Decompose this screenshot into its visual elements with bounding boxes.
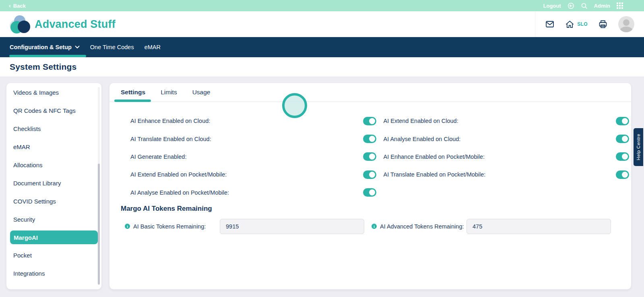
- chevron-down-icon: [75, 46, 80, 49]
- page-title-bar: System Settings: [0, 57, 644, 77]
- tab-usage[interactable]: Usage: [192, 89, 211, 96]
- toggle-ai-translate-cloud[interactable]: [363, 135, 376, 143]
- app-header: Advanced Stuff SLO: [0, 11, 644, 37]
- apps-grid-icon[interactable]: [617, 2, 623, 9]
- sidebar-item-security[interactable]: Security: [6, 210, 101, 228]
- toggle-ai-extend-pocket[interactable]: [363, 170, 376, 179]
- header-actions: SLO: [535, 11, 634, 37]
- toggle-ai-enhance-cloud[interactable]: [363, 117, 376, 125]
- brand-logo-icon: [10, 15, 29, 33]
- admin-menu-button[interactable]: Admin: [594, 3, 610, 9]
- avatar[interactable]: [618, 16, 634, 32]
- toggle-row: AI Generate Enabled:: [130, 148, 376, 166]
- help-centre-tab[interactable]: Help Centre: [634, 128, 643, 166]
- top-utility-bar: ‹ Back Logout Admin: [0, 0, 644, 11]
- toggle-label: AI Translate Enabled on Pocket/Mobile:: [384, 171, 486, 178]
- nav-item-one-time-codes[interactable]: One Time Codes: [90, 37, 134, 57]
- toggle-label: AI Generate Enabled:: [130, 154, 186, 160]
- token-grid: AI Basic Tokens Remaining: AI Advanced T…: [125, 219, 611, 234]
- toggle-row: AI Analyse Enabled on Pocket/Mobile:: [130, 184, 376, 201]
- search-icon[interactable]: [581, 2, 588, 9]
- tokens-section-heading: Margo AI Tokens Remaining: [121, 205, 631, 213]
- sidebar-item-emar[interactable]: eMAR: [6, 138, 101, 156]
- sidebar-item-allocations[interactable]: Allocations: [6, 156, 101, 174]
- settings-sidebar: Videos & Images QR Codes & NFC Tags Chec…: [6, 83, 101, 289]
- nav-item-label: Configuration & Setup: [10, 44, 72, 50]
- toggle-row: AI Translate Enabled on Cloud:: [130, 130, 376, 147]
- toggle-label: AI Extend Enabled on Cloud:: [384, 118, 458, 124]
- toggle-label: AI Enhance Enabled on Cloud:: [130, 118, 210, 124]
- sidebar-item-pocket[interactable]: Pocket: [6, 246, 101, 264]
- sidebar-item-qr-codes-nfc-tags[interactable]: QR Codes & NFC Tags: [6, 102, 101, 120]
- mail-icon[interactable]: [545, 19, 555, 29]
- home-site-label: SLO: [577, 21, 588, 27]
- print-icon[interactable]: [598, 19, 608, 29]
- ai-basic-tokens-input[interactable]: [220, 219, 364, 234]
- back-label: Back: [13, 3, 26, 9]
- token-label: AI Advanced Tokens Remaining:: [380, 223, 466, 230]
- margoai-settings-panel: Settings Limits Usage AI Enhance Enabled…: [109, 83, 631, 289]
- toggle-label: AI Extend Enabled on Pocket/Mobile:: [130, 171, 227, 178]
- toggle-ai-analyse-cloud[interactable]: [616, 135, 629, 143]
- home-icon: [565, 20, 574, 29]
- brand: Advanced Stuff: [10, 15, 116, 33]
- brand-name: Advanced Stuff: [35, 18, 116, 31]
- nav-item-label: One Time Codes: [90, 44, 134, 50]
- sidebar-item-document-library[interactable]: Document Library: [6, 174, 101, 192]
- toggle-ai-generate[interactable]: [363, 152, 376, 161]
- nav-item-label: eMAR: [144, 44, 161, 50]
- toggle-row: AI Enhance Enabled on Pocket/Mobile:: [384, 148, 630, 166]
- toggle-row: AI Analyse Enabled on Cloud:: [384, 130, 630, 147]
- toggle-row: AI Extend Enabled on Pocket/Mobile:: [130, 166, 376, 183]
- toggle-grid: AI Enhance Enabled on Cloud: AI Extend E…: [130, 112, 629, 201]
- token-field-basic: AI Basic Tokens Remaining:: [125, 219, 364, 234]
- toggle-ai-enhance-pocket[interactable]: [616, 152, 629, 161]
- loading-spinner-circle: [282, 93, 307, 118]
- tab-strip: Settings Limits Usage: [109, 83, 631, 102]
- logout-icon[interactable]: [568, 2, 574, 9]
- token-field-advanced: AI Advanced Tokens Remaining:: [372, 219, 611, 234]
- info-icon[interactable]: [125, 224, 130, 229]
- token-label: AI Basic Tokens Remaining:: [133, 223, 220, 230]
- sidebar-item-videos-images[interactable]: Videos & Images: [6, 83, 101, 102]
- sidebar-item-checklists[interactable]: Checklists: [6, 120, 101, 138]
- sidebar-item-covid-settings[interactable]: COVID Settings: [6, 192, 101, 210]
- help-centre-label: Help Centre: [636, 134, 641, 160]
- nav-item-emar[interactable]: eMAR: [144, 37, 161, 57]
- toggle-label: AI Translate Enabled on Cloud:: [130, 136, 211, 142]
- sidebar-item-integrations[interactable]: Integrations: [6, 264, 101, 282]
- back-button[interactable]: ‹ Back: [9, 3, 26, 9]
- page-title: System Settings: [10, 62, 76, 72]
- back-chevron-icon: ‹: [9, 3, 11, 8]
- nav-item-configuration-setup[interactable]: Configuration & Setup: [10, 37, 80, 57]
- toggle-row: AI Extend Enabled on Cloud:: [384, 112, 630, 130]
- info-icon[interactable]: [372, 224, 377, 229]
- toggle-label: AI Enhance Enabled on Pocket/Mobile:: [384, 154, 485, 160]
- toggle-row: AI Translate Enabled on Pocket/Mobile:: [384, 166, 630, 183]
- sidebar-scrollbar-thumb[interactable]: [98, 164, 100, 285]
- toggle-label: AI Analyse Enabled on Pocket/Mobile:: [130, 189, 229, 196]
- tab-limits[interactable]: Limits: [161, 89, 177, 96]
- logout-button[interactable]: Logout: [543, 3, 561, 9]
- topbar-actions: Logout Admin: [543, 2, 623, 9]
- ai-advanced-tokens-input[interactable]: [466, 219, 611, 234]
- home-group[interactable]: SLO: [565, 20, 588, 29]
- tab-settings[interactable]: Settings: [121, 89, 145, 96]
- toggle-ai-analyse-pocket[interactable]: [363, 188, 376, 197]
- toggle-ai-extend-cloud[interactable]: [616, 117, 629, 125]
- toggle-label: AI Analyse Enabled on Cloud:: [384, 136, 461, 142]
- sidebar-item-margoai[interactable]: MargoAI: [10, 231, 98, 244]
- toggle-ai-translate-pocket[interactable]: [616, 170, 629, 179]
- main-nav: Configuration & Setup One Time Codes eMA…: [0, 37, 644, 57]
- toggle-row: AI Enhance Enabled on Cloud:: [130, 112, 376, 130]
